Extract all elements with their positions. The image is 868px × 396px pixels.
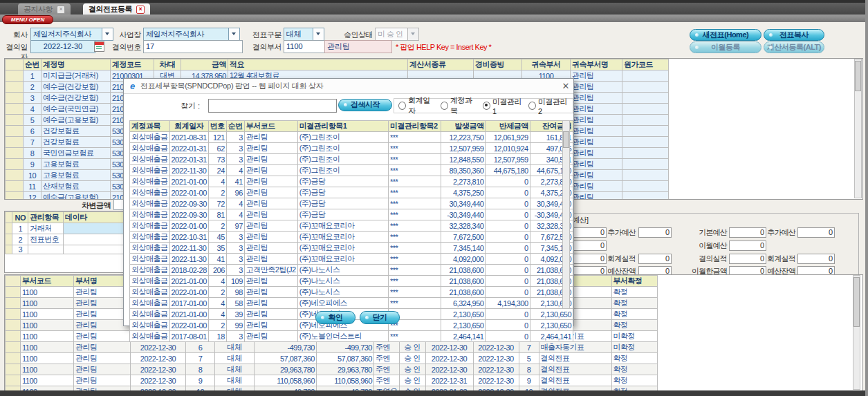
cell[interactable]	[28, 245, 64, 254]
cell[interactable]: ***	[389, 187, 441, 198]
cell[interactable]: 관리팀	[74, 320, 131, 331]
cell[interactable]: 44,675,180	[486, 165, 530, 176]
cell[interactable]: 외상매출금	[130, 320, 170, 331]
cell[interactable]: 1100	[21, 353, 74, 364]
cell[interactable]: 예수금(고용보험)	[41, 115, 111, 126]
cell[interactable]: ***	[389, 254, 441, 265]
cell[interactable]: ***	[389, 209, 441, 220]
cell[interactable]: 9	[186, 375, 215, 386]
cell[interactable]: 고객만족2팀(J2	[244, 265, 297, 276]
cell[interactable]: (주)나노시스	[297, 287, 388, 298]
cell[interactable]: 35	[208, 243, 226, 254]
row-header[interactable]	[6, 375, 21, 386]
cell[interactable]: (주)네오피에스	[297, 298, 388, 309]
number-field[interactable]: 17	[143, 40, 243, 53]
cell[interactable]: 2021-08-31	[169, 132, 208, 143]
cell[interactable]: 외상매출금	[130, 132, 170, 143]
dialog-close-button[interactable]: 닫기	[360, 311, 400, 324]
cell[interactable]: 주엔	[374, 364, 400, 375]
cell[interactable]: 0	[486, 243, 530, 254]
cell[interactable]: 3	[226, 143, 244, 154]
cell[interactable]: 2022-12-31	[425, 375, 473, 386]
close-icon[interactable]: ✕	[562, 82, 569, 91]
cell[interactable]: 2,130,650	[441, 320, 486, 331]
cell[interactable]: 예수금(건강보험)	[41, 93, 111, 104]
cell[interactable]: 관리팀	[244, 209, 297, 220]
cell[interactable]	[64, 234, 124, 245]
radio-option-계정과목[interactable]: 계정과목	[441, 95, 477, 116]
cell[interactable]: 대체	[215, 342, 255, 353]
cell[interactable]: 관리팀	[244, 309, 297, 320]
cell[interactable]: 0	[486, 309, 530, 320]
row-header[interactable]	[6, 104, 24, 115]
row-header[interactable]	[6, 170, 24, 181]
row-header[interactable]	[6, 148, 24, 159]
cell[interactable]: 예수금(고용보험)	[41, 192, 111, 200]
menu-open-button[interactable]: MENU OPEN	[2, 15, 53, 24]
cell[interactable]: 4	[226, 198, 244, 209]
dept-code-field[interactable]: 1100	[284, 40, 327, 53]
cell[interactable]: 0	[486, 232, 530, 243]
cell[interactable]: 12,507,959	[486, 154, 530, 165]
cell[interactable]: 41	[226, 176, 244, 187]
cell[interactable]: 72	[208, 198, 226, 209]
cell[interactable]: ***	[389, 331, 441, 342]
cell[interactable]: 0	[486, 265, 530, 276]
radio-icon[interactable]	[441, 102, 448, 110]
cell[interactable]	[622, 148, 669, 159]
cell[interactable]: (주)노블인더스트리	[297, 331, 388, 342]
cell[interactable]: 관리팀	[244, 320, 297, 331]
cell[interactable]: 관리팀	[244, 287, 297, 298]
cell[interactable]: (주)꼬매요코리아	[297, 243, 388, 254]
scrollbar-thumb[interactable]	[563, 131, 569, 148]
cell[interactable]: 18	[208, 331, 226, 342]
row-header[interactable]	[6, 320, 21, 331]
cell[interactable]: 1100	[21, 287, 74, 298]
cell[interactable]: 2,130,650	[530, 320, 573, 331]
cell[interactable]: 6,324,950	[441, 298, 486, 309]
search-button[interactable]: 검색시작	[338, 99, 392, 111]
cell[interactable]	[622, 170, 669, 181]
cell[interactable]: 관리팀	[244, 276, 297, 287]
cell[interactable]: 2,130,650	[441, 309, 486, 320]
cell[interactable]: 건강보험료	[41, 126, 111, 137]
cell[interactable]: 206	[208, 265, 226, 276]
row-header[interactable]	[6, 309, 21, 320]
cell[interactable]: 관리팀	[244, 298, 297, 309]
cell[interactable]: 30,349,440	[441, 198, 486, 209]
cell[interactable]: 2022-11-30	[169, 243, 208, 254]
cell[interactable]: 승 인	[399, 375, 425, 386]
cell[interactable]: 2021-01-00	[169, 309, 208, 320]
cell[interactable]: 2022-01-00	[169, 187, 208, 198]
slip-type-select[interactable]: 대체	[284, 28, 324, 41]
cell[interactable]: (주)그린조이	[297, 165, 388, 176]
cell[interactable]: ***	[389, 132, 441, 143]
cell[interactable]: 확정	[611, 309, 657, 320]
cell[interactable]: 예수금(건강보험)	[41, 82, 111, 93]
cell[interactable]: 3	[226, 254, 244, 265]
invoice-register-button[interactable]: 계산서등록(ALT)	[764, 41, 824, 53]
cell[interactable]: 관리팀	[244, 243, 297, 254]
cell[interactable]: 관리팀	[571, 170, 622, 181]
cell[interactable]: 3	[226, 154, 244, 165]
cell[interactable]: 외상매출금	[130, 265, 170, 276]
cell[interactable]: 32,328,340	[441, 220, 486, 232]
row-header[interactable]	[6, 159, 24, 170]
cell[interactable]: 확정	[611, 353, 657, 364]
cell[interactable]: 외상매출금	[130, 298, 170, 309]
cell[interactable]: 121	[208, 132, 226, 143]
cell[interactable]: 4	[226, 209, 244, 220]
cell[interactable]: 39	[226, 309, 244, 320]
cell[interactable]: ***	[389, 143, 441, 154]
cell[interactable]: 관리팀	[74, 364, 131, 375]
cell[interactable]: 2018-02-28	[169, 265, 208, 276]
cell[interactable]: 11	[24, 181, 41, 192]
cell[interactable]: -499,730	[255, 342, 317, 353]
scrollbar-thumb[interactable]	[855, 61, 861, 91]
cell[interactable]: 외상매출금	[130, 209, 170, 220]
tab-notice[interactable]: 공지사항×	[18, 3, 71, 15]
cell[interactable]: 4	[226, 165, 244, 176]
new-slip-button[interactable]: 새전표(Home)	[690, 29, 761, 41]
cell[interactable]: 89,350,360	[441, 165, 486, 176]
cell[interactable]: 관리팀	[244, 232, 297, 243]
